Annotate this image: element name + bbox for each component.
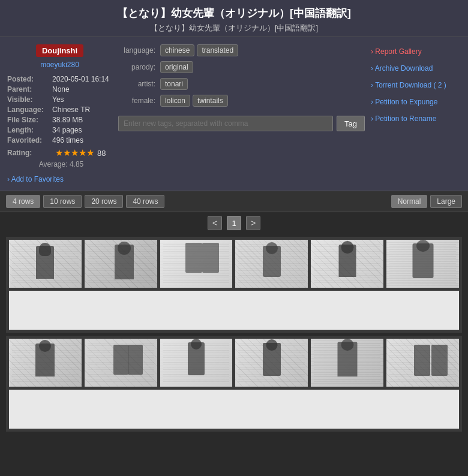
length-label: Length: bbox=[7, 126, 52, 134]
toolbar: 4 rows 10 rows 20 rows 40 rows Normal La… bbox=[0, 191, 468, 212]
tag-lolicon[interactable]: lolicon bbox=[160, 95, 190, 107]
language-label: Language: bbox=[7, 106, 52, 114]
gallery-row-1-thumbs bbox=[9, 240, 459, 288]
current-page: 1 bbox=[227, 216, 241, 230]
meta-row-filesize: File Size: 38.89 MB bbox=[7, 116, 112, 124]
visible-value: Yes bbox=[52, 95, 64, 104]
next-page-button[interactable]: > bbox=[246, 216, 260, 230]
gallery-row-2 bbox=[6, 336, 462, 432]
tag-label-artist: artist: bbox=[118, 80, 160, 88]
meta-row-visible: Visible: Yes bbox=[7, 95, 112, 104]
thumb-2[interactable] bbox=[85, 240, 157, 288]
rating-count: 88 bbox=[97, 149, 106, 158]
length-value: 34 pages bbox=[52, 126, 82, 134]
filesize-label: File Size: bbox=[7, 116, 52, 124]
info-right: Report Gallery Archive Download Torrent … bbox=[371, 44, 461, 183]
pagination: < 1 > bbox=[0, 212, 468, 234]
page-title-main: 【となり】幼女先輩（オリジナル）[中国語翻訳] bbox=[3, 6, 465, 20]
favorited-value: 496 times bbox=[52, 136, 83, 144]
posted-label: Posted: bbox=[7, 75, 52, 83]
posted-value: 2020-05-01 16:14 bbox=[52, 75, 109, 83]
meta-row-parent: Parent: None bbox=[7, 85, 112, 94]
tag-row-artist: artist: tonari bbox=[118, 78, 365, 90]
gallery-row-2-blank bbox=[9, 390, 459, 429]
rating-stars[interactable]: ★★★★★ bbox=[55, 147, 94, 158]
rows-40-button[interactable]: 40 rows bbox=[126, 195, 164, 208]
rows-10-button[interactable]: 10 rows bbox=[43, 195, 82, 208]
thumb-1[interactable] bbox=[9, 240, 82, 288]
thumb-6[interactable] bbox=[386, 240, 459, 288]
tag-label-female: female: bbox=[118, 97, 160, 105]
rating-label: Rating: bbox=[7, 149, 52, 157]
gallery-row-1-blank bbox=[9, 291, 459, 330]
gallery-section bbox=[0, 234, 468, 438]
female-tags: lolicon twintails bbox=[160, 95, 228, 107]
tag-tonari[interactable]: tonari bbox=[160, 78, 188, 90]
language-tags: chinese translated bbox=[160, 44, 238, 56]
thumb-4[interactable] bbox=[235, 240, 308, 288]
meta-table: Posted: 2020-05-01 16:14 Parent: None Vi… bbox=[7, 75, 112, 144]
parent-value: None bbox=[52, 85, 70, 94]
thumb-10[interactable] bbox=[235, 339, 308, 387]
add-favorites-link[interactable]: › Add to Favorites bbox=[7, 175, 64, 183]
tag-original[interactable]: original bbox=[160, 61, 193, 73]
tag-input-row: Tag bbox=[118, 116, 365, 131]
size-large-button[interactable]: Large bbox=[430, 195, 462, 208]
doujinshi-badge: Doujinshi bbox=[36, 44, 83, 57]
tag-input[interactable] bbox=[118, 116, 333, 131]
meta-row-favorited: Favorited: 496 times bbox=[7, 136, 112, 144]
rows-20-button[interactable]: 20 rows bbox=[85, 195, 123, 208]
title-area: 【となり】幼女先輩（オリジナル）[中国語翻訳] 【となり】幼女先輩（オリジナル）… bbox=[0, 0, 468, 37]
tag-label-language: language: bbox=[118, 46, 160, 55]
info-middle: language: chinese translated parody: ori… bbox=[118, 44, 365, 183]
prev-page-button[interactable]: < bbox=[208, 216, 222, 230]
tag-chinese[interactable]: chinese bbox=[160, 44, 194, 56]
thumb-11[interactable] bbox=[311, 339, 383, 387]
report-gallery-link[interactable]: Report Gallery bbox=[371, 47, 461, 56]
tag-row-female: female: lolicon twintails bbox=[118, 95, 365, 107]
filesize-value: 38.89 MB bbox=[52, 116, 83, 124]
thumb-9[interactable] bbox=[160, 339, 233, 387]
rating-avg: Average: 4.85 bbox=[39, 160, 84, 168]
thumb-12[interactable] bbox=[386, 339, 459, 387]
meta-row-posted: Posted: 2020-05-01 16:14 bbox=[7, 75, 112, 83]
rating-row: Rating: ★★★★★ 88 bbox=[7, 147, 112, 158]
tag-row-parody: parody: original bbox=[118, 61, 365, 73]
archive-download-link[interactable]: Archive Download bbox=[371, 64, 461, 73]
favorited-label: Favorited: bbox=[7, 136, 52, 144]
username-link[interactable]: moeyuki280 bbox=[7, 61, 112, 69]
artist-tags: tonari bbox=[160, 78, 188, 90]
tag-submit-button[interactable]: Tag bbox=[337, 116, 365, 131]
language-value: Chinese TR bbox=[52, 106, 90, 114]
gallery-row-2-thumbs bbox=[9, 339, 459, 387]
parent-label: Parent: bbox=[7, 85, 52, 94]
thumb-7[interactable] bbox=[9, 339, 82, 387]
thumb-5[interactable] bbox=[311, 240, 383, 288]
tag-label-parody: parody: bbox=[118, 63, 160, 71]
tag-row-language: language: chinese translated bbox=[118, 44, 365, 56]
tag-translated[interactable]: translated bbox=[197, 44, 238, 56]
petition-expunge-link[interactable]: Petition to Expunge bbox=[371, 98, 461, 106]
rows-4-button[interactable]: 4 rows bbox=[6, 195, 40, 208]
torrent-download-link[interactable]: Torrent Download ( 2 ) bbox=[371, 81, 461, 89]
petition-rename-link[interactable]: Petition to Rename bbox=[371, 115, 461, 123]
info-panel: Doujinshi moeyuki280 Posted: 2020-05-01 … bbox=[0, 37, 468, 191]
thumb-3[interactable] bbox=[160, 240, 233, 288]
parody-tags: original bbox=[160, 61, 193, 73]
gallery-row-1 bbox=[6, 237, 462, 333]
visible-label: Visible: bbox=[7, 95, 52, 104]
meta-row-language: Language: Chinese TR bbox=[7, 106, 112, 114]
thumb-8[interactable] bbox=[85, 339, 157, 387]
tag-twintails[interactable]: twintails bbox=[193, 95, 228, 107]
meta-row-length: Length: 34 pages bbox=[7, 126, 112, 134]
page-title-sub: 【となり】幼女先輩（オリジナル）[中国語翻訳] bbox=[3, 23, 465, 34]
size-normal-button[interactable]: Normal bbox=[391, 195, 428, 208]
info-left: Doujinshi moeyuki280 Posted: 2020-05-01 … bbox=[7, 44, 112, 183]
